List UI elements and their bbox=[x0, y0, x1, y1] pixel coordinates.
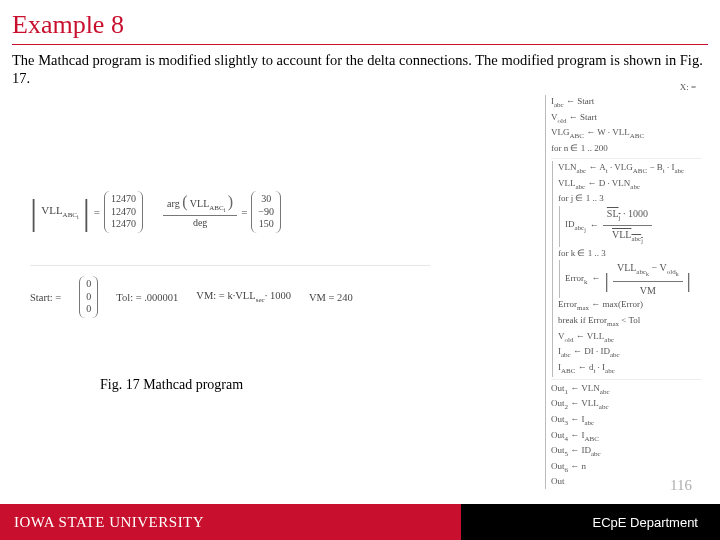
vll-magnitude-vector: 12470 12470 12470 bbox=[104, 191, 143, 233]
prog-line: Out3 ← Iabc bbox=[551, 413, 702, 429]
prog-header: X: = bbox=[544, 81, 702, 95]
figure-caption: Fig. 17 Mathcad program bbox=[100, 377, 243, 393]
start-label: Start: = bbox=[30, 292, 61, 303]
arg-fraction: arg ( VLLABCi ) deg bbox=[163, 196, 237, 227]
title-underline bbox=[12, 44, 708, 45]
prog-line: Errork ← | VLLabck − Voldk VM | bbox=[565, 260, 702, 298]
start-vector: 0 0 0 bbox=[79, 276, 98, 318]
prog-line: Out6 ← n bbox=[551, 460, 702, 476]
prog-line: Vold ← VLLabc bbox=[558, 330, 702, 346]
abs-bar-left: | bbox=[30, 198, 37, 227]
footer-university: IOWA STATE UNIVERSITY bbox=[0, 504, 461, 540]
prog-line: IABC ← dt · Iabc bbox=[558, 361, 702, 377]
prog-line: for n ∈ 1 .. 200 bbox=[551, 142, 702, 156]
footer: IOWA STATE UNIVERSITY ECpE Department bbox=[0, 504, 720, 540]
prog-line: Iabc ← Start bbox=[551, 95, 702, 111]
equals-1: = bbox=[94, 206, 100, 218]
vm-value: VM = 240 bbox=[309, 292, 353, 303]
slide-title: Example 8 bbox=[0, 0, 720, 44]
prog-line: Out1 ← VLNabc bbox=[551, 382, 702, 398]
prog-line: for k ∈ 1 .. 3 bbox=[558, 247, 702, 261]
prog-line: VLGABC ← W · VLLABC bbox=[551, 126, 702, 142]
footer-department: ECpE Department bbox=[461, 504, 720, 540]
page-number: 116 bbox=[670, 477, 692, 494]
prog-line: Vold ← Start bbox=[551, 111, 702, 127]
vm-expr: VM: = k·VLLsec· 1000 bbox=[196, 290, 291, 304]
vll-label: VLLABCi bbox=[41, 204, 78, 221]
prog-line: Out5 ← IDabc bbox=[551, 444, 702, 460]
prog-line: Out4 ← IABC bbox=[551, 429, 702, 445]
prog-line: VLLabc ← D · VLNabc bbox=[558, 177, 702, 193]
faint-divider bbox=[30, 265, 430, 266]
prog-line: Iabc ← DI · IDabc bbox=[558, 345, 702, 361]
figure-area: | VLLABCi | = 12470 12470 12470 arg ( VL… bbox=[0, 91, 720, 471]
prog-line: VLNabc ← At · VLGABC − Bt · Iabc bbox=[558, 161, 702, 177]
mathcad-program: X: = Iabc ← Start Vold ← Start VLGABC ← … bbox=[544, 81, 702, 489]
prog-line: break if Errormax < Tol bbox=[558, 314, 702, 330]
prog-line: Out2 ← VLLabc bbox=[551, 397, 702, 413]
vll-angle-vector: 30 −90 150 bbox=[251, 191, 281, 233]
prog-line: IDabcj ← SLj · 1000 VLLabcj bbox=[565, 206, 702, 246]
prog-line: for j ∈ 1 .. 3 bbox=[558, 192, 702, 206]
abs-bar-right: | bbox=[83, 198, 90, 227]
start-tol-vm-row: Start: = 0 0 0 Tol: = .000001 VM: = k·VL… bbox=[30, 276, 353, 318]
tol: Tol: = .000001 bbox=[116, 292, 178, 303]
equals-2: = bbox=[241, 206, 247, 218]
prog-line: Errormax ← max(Error) bbox=[558, 298, 702, 314]
equation-vll: | VLLABCi | = 12470 12470 12470 arg ( VL… bbox=[30, 191, 281, 233]
